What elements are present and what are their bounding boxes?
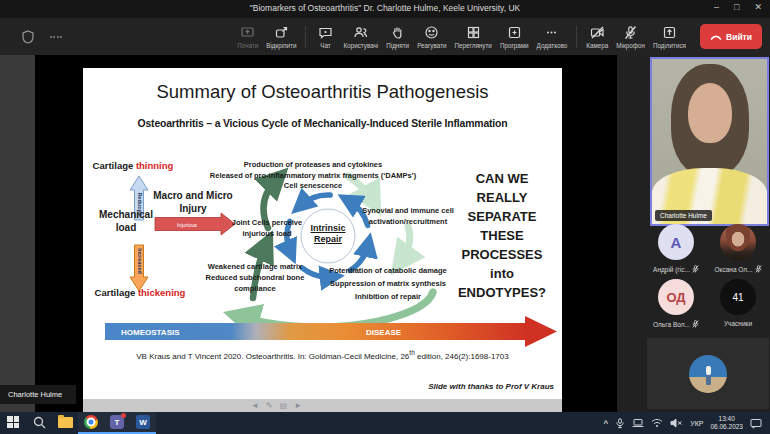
share-up-icon (662, 25, 677, 40)
catabolic-damage-label: Potentiation of catabolic damage Suppres… (325, 264, 451, 303)
avatar: ОД (658, 279, 694, 315)
more-dots-icon (544, 25, 559, 40)
clock[interactable]: 13:40 06.06.2023 (710, 415, 743, 431)
speaker-face (688, 83, 732, 143)
participant-name: Оксана Ол... (714, 266, 752, 273)
avatar-photo (689, 355, 727, 393)
language-indicator[interactable]: УКР (690, 420, 703, 427)
teams-button[interactable]: T (104, 412, 130, 434)
participant-name: Учасники (724, 320, 752, 327)
next-slide-icon: ► (294, 401, 302, 411)
smiley-icon (424, 25, 439, 40)
chat-button[interactable]: Чат (311, 25, 339, 49)
toolbar-separator (576, 26, 577, 48)
participants-icon (353, 25, 368, 40)
chrome-button[interactable] (78, 412, 104, 434)
windows-taskbar: T W ^ УКР 13:40 06.06.2023 (0, 412, 770, 434)
file-explorer-button[interactable] (52, 412, 78, 434)
react-button[interactable]: Реагувати (413, 25, 450, 49)
grid-view-icon (466, 25, 481, 40)
word-icon: W (136, 415, 150, 429)
svg-text:Increased: Increased (137, 248, 143, 274)
folder-icon (58, 417, 73, 428)
camera-button[interactable]: Камера (582, 25, 612, 49)
minimize-icon[interactable]: – (714, 2, 719, 12)
chat-icon (318, 25, 333, 40)
participant-list: А Андрій (гіс... Оксана Ол... ОД Ольга В… (645, 224, 770, 328)
date: 06.06.2023 (710, 423, 743, 431)
participant-video-tile[interactable] (647, 338, 769, 409)
search-button[interactable] (26, 412, 52, 434)
slide-subtitle: Osteoarthritis – a Vicious Cycle of Mech… (83, 118, 562, 129)
screen-icon (240, 25, 255, 40)
weakened-matrix-label: Weakened cartilage matrix Reduced subcho… (195, 261, 315, 294)
popout-icon (274, 25, 289, 40)
production-label: Production of proteases and cytokines Re… (193, 160, 433, 192)
action-center-icon[interactable] (750, 418, 762, 429)
intrinsic-repair-label: IntrinsicRepair (301, 223, 355, 245)
mic-off-icon (623, 25, 638, 40)
close-icon[interactable]: ✕ (754, 2, 762, 12)
participant-tile[interactable]: А Андрій (гіс... (653, 224, 699, 273)
maximize-icon[interactable]: □ (734, 2, 739, 12)
teams-icon: T (110, 415, 124, 429)
phone-icon (710, 33, 722, 41)
participants-count-tile[interactable]: 41 Учасники (720, 279, 756, 328)
apps-button[interactable]: Програми (496, 25, 533, 49)
leave-meeting-button[interactable]: Вийти (700, 24, 762, 49)
mic-muted-icon (692, 320, 699, 328)
avatar: А (658, 224, 694, 260)
meeting-toolbar: Почати Відкріпити Чат Користувачі Піднят… (0, 18, 770, 55)
macro-micro-injury-label: Macro and MicroInjury (147, 189, 239, 215)
mic-muted-icon (692, 265, 699, 273)
window-titlebar: "Biomarkers of Osteoarthritis" Dr. Charl… (0, 0, 770, 18)
slide-credit: Slide with thanks to Prof V Kraus (428, 382, 554, 391)
participants-count-badge: 41 (720, 279, 756, 315)
svg-text:DISEASE: DISEASE (366, 328, 402, 337)
participant-tile[interactable]: Оксана Ол... (714, 224, 761, 273)
raise-hand-button[interactable]: Підняти (382, 25, 413, 49)
left-gutter (0, 55, 35, 412)
more-button[interactable]: Додатково (533, 25, 572, 49)
shared-screen-area: Reduced Increased Injurious (35, 55, 617, 412)
mic-muted-icon (755, 265, 762, 273)
tray-laptop-icon[interactable] (632, 418, 644, 428)
unpin-button[interactable]: Відкріпити (262, 25, 300, 49)
pen-tool-icon: ✎ (266, 401, 273, 411)
meeting-main-area: Reduced Increased Injurious (0, 55, 770, 412)
tray-volume-muted-icon[interactable] (670, 418, 683, 428)
participant-name: Ольга Вол... (653, 321, 690, 328)
slide-title: Summary of Osteoarthritis Pathogenesis (83, 81, 562, 103)
svg-text:Injurious: Injurious (177, 222, 197, 228)
start-button[interactable] (0, 412, 26, 434)
shield-icon[interactable] (22, 30, 34, 44)
injurious-arrow: Injurious (155, 213, 235, 235)
slide-overview-icon: ▤ (280, 401, 288, 411)
participant-tile[interactable]: ОД Ольга Вол... (653, 279, 699, 328)
search-icon (33, 416, 46, 429)
view-button[interactable]: Переглянути (451, 25, 496, 49)
mic-button[interactable]: Мікрофон (612, 25, 649, 49)
connection-indicator-icon (50, 36, 62, 38)
speaker-name-tag: Charlotte Hulme (655, 210, 712, 221)
speaker-video-tile[interactable]: Charlotte Hulme (650, 57, 769, 226)
slide-citation: VB Kraus and T Vincent 2020. Osteoarthri… (83, 349, 562, 361)
endotypes-question: CAN WE REALLY SEPARATE THESE PROCESSES i… (446, 169, 558, 302)
start-share-button[interactable]: Почати (233, 25, 262, 49)
tray-expand-icon[interactable]: ^ (604, 419, 609, 428)
homeostasis-disease-bar: HOMEOSTASIS DISEASE (105, 316, 557, 347)
time: 13:40 (710, 415, 743, 423)
presenter-name-overlay: Charlotte Hulme (0, 385, 76, 404)
share-button[interactable]: Поділитися (649, 25, 690, 49)
slideshow-control-bar: ◄ ✎ ▤ ► (83, 399, 562, 412)
apps-plus-icon (507, 25, 522, 40)
cycle-arrow-synovial-to-potentiation (401, 226, 410, 261)
svg-text:HOMEOSTASIS: HOMEOSTASIS (121, 328, 180, 337)
prev-slide-icon: ◄ (251, 401, 259, 411)
increased-load-arrow: Increased (130, 245, 148, 291)
tray-mic-icon[interactable] (615, 418, 625, 429)
word-button[interactable]: W (130, 412, 156, 434)
tray-wifi-icon[interactable] (651, 418, 663, 428)
participants-button[interactable]: Користувачі (339, 25, 382, 49)
window-title: "Biomarkers of Osteoarthritis" Dr. Charl… (0, 3, 770, 13)
